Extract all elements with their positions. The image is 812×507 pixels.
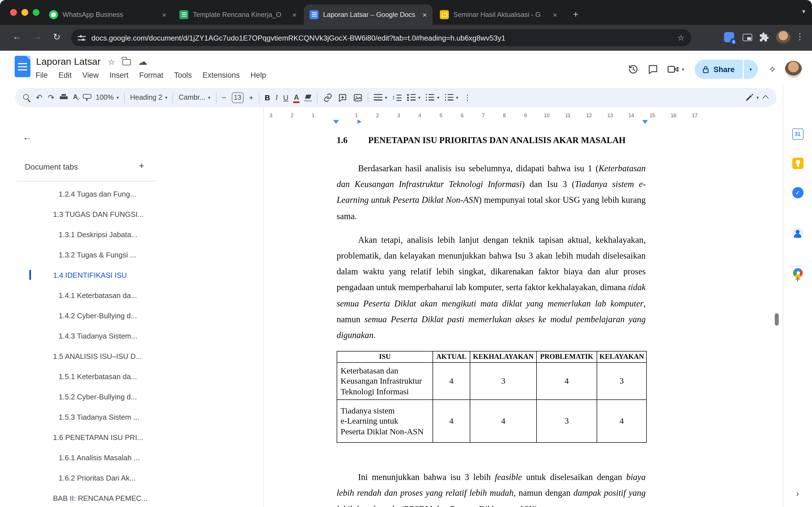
highlight-color-icon[interactable]	[304, 94, 312, 101]
right-indent-marker[interactable]	[642, 120, 648, 124]
outline-item[interactable]: 1.2.4 Tugas dan Fung...	[0, 184, 260, 204]
cell-value[interactable]: 4	[597, 400, 647, 443]
menu-tools[interactable]: Tools	[174, 71, 192, 79]
cell-isu[interactable]: Tiadanya sistem e-Learning untuk Peserta…	[337, 400, 433, 443]
paint-format-icon[interactable]	[83, 94, 91, 101]
reload-icon[interactable]: ↻	[53, 32, 61, 42]
italic-icon[interactable]: I	[275, 93, 278, 102]
menu-edit[interactable]: Edit	[59, 71, 72, 79]
decrease-font-size-icon[interactable]: −	[221, 93, 226, 102]
left-indent-marker[interactable]	[333, 120, 339, 124]
menu-extensions[interactable]: Extensions	[202, 71, 240, 79]
numbered-list-select[interactable]: ▾	[445, 94, 458, 101]
google-contacts-icon[interactable]	[792, 228, 803, 239]
outline-item[interactable]: 1.5.2 Cyber-Bullying d...	[0, 386, 260, 407]
google-calendar-icon[interactable]: 31	[792, 128, 803, 140]
zoom-select[interactable]: 100% ▾	[96, 94, 119, 101]
menu-help[interactable]: Help	[250, 71, 266, 79]
browser-profile-avatar[interactable]	[776, 31, 791, 45]
usg-table[interactable]: ISU AKTUAL KEKHALAYAKAN PROBLEMATIK KELA…	[337, 351, 647, 443]
horizontal-ruler[interactable]: 3 2 1 1 2 3 4 5 6 7 8 9 10 11 12 13 14 1…	[264, 113, 783, 123]
cell-isu[interactable]: Keterbatasan dan Keusangan Infrastruktur…	[337, 362, 433, 400]
picture-in-picture-icon[interactable]	[743, 34, 752, 41]
doc-heading[interactable]: 1.6 PENETAPAN ISU PRIORITAS DAN ANALISIS…	[337, 135, 646, 146]
outline-item-active[interactable]: 1.4 IDENTIFIKASI ISU	[0, 265, 260, 285]
account-avatar[interactable]	[785, 61, 802, 78]
first-line-indent-marker[interactable]	[357, 119, 361, 124]
close-tab-icon[interactable]: ×	[423, 10, 427, 19]
document-title[interactable]: Laporan Latsar	[36, 56, 101, 68]
cell-value[interactable]: 3	[597, 362, 647, 400]
saved-cloud-icon[interactable]: ☁	[138, 57, 147, 66]
spell-check-icon[interactable]: A	[73, 94, 78, 101]
undo-icon[interactable]: ↶	[36, 93, 42, 102]
outline-item[interactable]: 1.4.3 Tiadanya Sistem...	[0, 326, 260, 346]
cell-value[interactable]: 3	[470, 362, 537, 400]
doc-paragraph-3[interactable]: Ini menunjukkan bahwa isu 3 lebih feasib…	[337, 469, 646, 507]
outline-item[interactable]: 1.3 TUGAS DAN FUNGSI...	[0, 204, 260, 224]
insert-link-icon[interactable]	[323, 93, 333, 102]
menu-view[interactable]: View	[82, 71, 99, 79]
cell-value[interactable]: 3	[537, 400, 597, 443]
meet-presentation-button[interactable]: ▾	[667, 64, 684, 74]
print-icon[interactable]	[60, 94, 68, 101]
outline-item[interactable]: 1.6 PENETAPAN ISU PRI...	[0, 427, 260, 447]
paragraph-style-select[interactable]: Heading 2 ▾	[130, 94, 167, 101]
redo-icon[interactable]: ↷	[48, 93, 54, 102]
get-addons-icon[interactable]: +	[795, 274, 801, 285]
bookmark-star-icon[interactable]: ☆	[677, 33, 684, 42]
hide-menus-icon[interactable]	[762, 95, 769, 102]
share-button[interactable]: Share	[695, 60, 742, 79]
tab-whatsapp[interactable]: WhatsApp Business ×	[43, 4, 172, 25]
editing-mode-select[interactable]: ▾	[745, 93, 759, 102]
star-document-icon[interactable]: ☆	[108, 57, 115, 66]
page-text[interactable]: 1.6 PENETAPAN ISU PRIORITAS DAN ANALISIS…	[337, 135, 646, 507]
col-header-problematik[interactable]: PROBLEMATIK	[537, 351, 597, 362]
comments-icon[interactable]	[647, 64, 659, 75]
outline-item[interactable]: 1.5.1 Keterbatasan da...	[0, 366, 260, 386]
doc-paragraph-1[interactable]: Berdasarkan hasil analisis isu sebelumny…	[337, 161, 646, 224]
tab-laporan-latsar[interactable]: Laporan Latsar – Google Docs ×	[304, 4, 433, 25]
add-comment-icon[interactable]	[338, 93, 347, 102]
underline-icon[interactable]: U	[283, 93, 289, 102]
version-history-icon[interactable]	[627, 64, 639, 75]
outline-item[interactable]: 1.4.2 Cyber-Bullying d...	[0, 305, 260, 326]
align-select[interactable]: ▾	[373, 94, 387, 101]
google-tasks-icon[interactable]: ✓	[792, 187, 803, 198]
col-header-kelayakan[interactable]: KELAYAKAN	[597, 351, 647, 362]
menu-file[interactable]: File	[36, 71, 48, 79]
bold-icon[interactable]: B	[265, 93, 270, 102]
add-tab-icon[interactable]: +	[139, 161, 144, 172]
browser-menu-icon[interactable]: ⋮	[796, 32, 804, 42]
menu-format[interactable]: Format	[139, 71, 163, 79]
search-menus-icon[interactable]	[23, 94, 31, 101]
close-panel-back-icon[interactable]: ←	[22, 132, 32, 143]
extensions-puzzle-icon[interactable]	[759, 32, 769, 42]
close-tab-icon[interactable]: ×	[162, 10, 166, 19]
document-scrollbar-thumb[interactable]	[775, 313, 779, 326]
outline-item[interactable]: 1.3.1 Deskripsi Jabata...	[0, 224, 260, 244]
col-header-isu[interactable]: ISU	[337, 351, 433, 362]
doc-paragraph-2[interactable]: Akan tetapi, analisis lebih lanjut denga…	[337, 232, 646, 343]
cell-value[interactable]: 4	[537, 362, 597, 400]
new-tab-button[interactable]: +	[568, 7, 583, 22]
google-keep-icon[interactable]	[792, 158, 803, 169]
site-settings-icon[interactable]	[78, 34, 86, 41]
outline-item[interactable]: 1.3.2 Tugas & Fungsi ...	[0, 244, 260, 265]
back-icon[interactable]: ←	[12, 32, 21, 42]
bulleted-list-select[interactable]: ▾	[426, 94, 439, 101]
extension-icon[interactable]: 8	[724, 32, 734, 42]
close-tab-icon[interactable]: ×	[553, 10, 557, 19]
outline-item[interactable]: 1.6.1 Analisis Masalah ...	[0, 447, 260, 467]
outline-item[interactable]: 1.4.1 Keterbatasan da...	[0, 285, 260, 305]
outline-item[interactable]: 1.5 ANALISIS ISU–ISU D...	[0, 346, 260, 366]
tab-seminar-slides[interactable]: Seminar Hasil Aktualisasi - G ×	[434, 4, 563, 25]
line-spacing-icon[interactable]	[393, 94, 402, 101]
share-options-button[interactable]: ▾	[744, 60, 758, 79]
col-header-aktual[interactable]: AKTUAL	[433, 351, 470, 362]
zoom-window-button[interactable]	[33, 9, 40, 16]
google-docs-logo[interactable]	[15, 56, 31, 77]
increase-font-size-icon[interactable]: +	[249, 93, 253, 102]
cell-value[interactable]: 4	[433, 362, 470, 400]
move-folder-icon[interactable]	[122, 59, 131, 65]
